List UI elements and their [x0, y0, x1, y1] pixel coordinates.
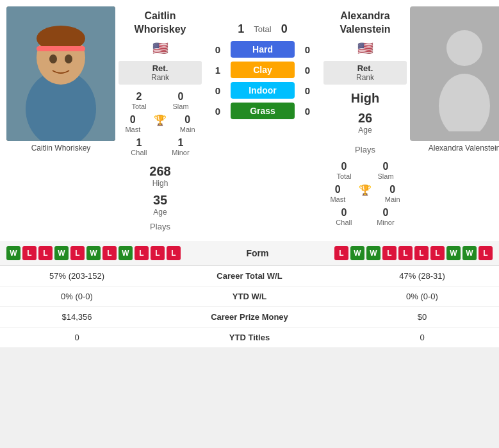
svg-point-5: [49, 54, 57, 63]
form-badge-p1: L: [102, 246, 117, 260]
right-total-score: 0: [281, 22, 288, 36]
form-badge-p2: W: [446, 246, 461, 260]
stats-left-2: $14,356: [6, 312, 147, 322]
player1-name: Caitlin Whoriskey: [119, 10, 202, 37]
form-section: WLLWLWLWLLL Form LWWLLLLWWL: [0, 241, 499, 265]
form-label: Form: [187, 248, 328, 258]
player1-mast-main: 0 Mast 🏆 0 Main: [119, 114, 202, 133]
form-badge-p1: L: [135, 246, 149, 260]
player1-total: 2 Total: [131, 91, 146, 110]
stats-center-3: YTD Titles: [147, 333, 352, 342]
player2-form-badges: LWWLLLLWWL: [334, 246, 493, 260]
player1-slam: 0 Slam: [173, 91, 189, 110]
stats-right-1: 0% (0-0): [352, 292, 493, 301]
form-badge-p1: L: [22, 246, 37, 260]
player2-name: Alexandra Valenstein: [323, 10, 407, 37]
form-badge-p1: L: [151, 246, 165, 260]
player2-minor: 0 Minor: [377, 207, 395, 226]
form-badge-p2: L: [414, 246, 429, 260]
player2-total: 0 Total: [336, 161, 351, 180]
player1-photo: [6, 6, 115, 141]
court-grass-row: 0 Grass 0: [211, 103, 314, 119]
total-row: 1 Total 0: [211, 22, 314, 36]
form-badge-p1: W: [54, 246, 69, 260]
center-section: 1 Total 0 0 Hard 0 1 Clay 0 0 Indoor 0 0: [205, 6, 320, 235]
player2-mast-main: 0 Mast 🏆 0 Main: [323, 184, 407, 203]
player2-photo: [410, 6, 499, 141]
left-total-score: 1: [238, 22, 244, 36]
player2-chall-minor: 0 Chall 0 Minor: [323, 207, 407, 226]
stats-right-2: $0: [352, 312, 493, 322]
stats-table: 57% (203-152) Career Total W/L 47% (28-3…: [0, 265, 499, 348]
player2-info: Alexandra Valenstein 🇺🇸 Ret. Rank High 2…: [320, 6, 410, 235]
svg-point-8: [446, 30, 482, 66]
form-badge-p2: L: [334, 246, 348, 260]
total-label: Total: [254, 24, 271, 34]
player2-ret-rank: Ret. Rank: [323, 61, 407, 85]
player2-age-section: 26 Age: [358, 111, 372, 135]
player2-slam: 0 Slam: [378, 161, 394, 180]
svg-point-6: [65, 54, 72, 63]
form-badge-p1: L: [167, 246, 181, 260]
player1-plays: Plays: [150, 222, 170, 231]
stats-row: 0 YTD Titles 0: [0, 328, 499, 348]
player1-name-below: Caitlin Whoriskey: [6, 144, 115, 153]
player2-mast: 0 Mast: [330, 184, 345, 203]
players-section: Caitlin Whoriskey Caitlin Whoriskey 🇺🇸 R…: [0, 0, 499, 241]
player1-ret-rank: Ret. Rank: [119, 61, 202, 85]
player1-mast: 0 Mast: [125, 114, 140, 133]
court-indoor-row: 0 Indoor 0: [211, 82, 314, 99]
player2-flag: 🇺🇸: [357, 40, 373, 56]
stats-center-1: YTD W/L: [147, 292, 352, 301]
player1-main: 0 Main: [180, 114, 195, 133]
left-player-block: Caitlin Whoriskey: [6, 6, 115, 235]
player2-total-slam: 0 Total 0 Slam: [323, 161, 407, 180]
player1-high-section: 268 High: [149, 164, 170, 188]
player2-chall: 0 Chall: [336, 207, 352, 226]
court-clay-row: 1 Clay 0: [211, 62, 314, 78]
court-hard-badge: Hard: [231, 41, 295, 58]
stats-row: $14,356 Career Prize Money $0: [0, 307, 499, 328]
stats-center-2: Career Prize Money: [147, 312, 352, 322]
form-badge-p2: W: [350, 246, 364, 260]
form-badge-p1: L: [38, 246, 53, 260]
form-badge-p2: L: [382, 246, 397, 260]
court-grass-badge: Grass: [231, 103, 295, 119]
stats-left-3: 0: [6, 333, 147, 342]
court-indoor-badge: Indoor: [231, 82, 295, 99]
player2-plays: Plays: [355, 145, 375, 154]
player1-trophy: 🏆: [154, 114, 167, 133]
form-badge-p2: L: [398, 246, 413, 260]
player1-flag: 🇺🇸: [152, 40, 168, 56]
court-clay-badge: Clay: [231, 62, 295, 78]
player2-name-below: Alexandra Valenstein: [410, 144, 499, 153]
form-badge-p2: L: [479, 246, 493, 260]
form-badge-p2: W: [366, 246, 380, 260]
player2-high-section: High: [351, 91, 379, 106]
form-badge-p1: W: [6, 246, 20, 260]
player1-form-badges: WLLWLWLWLLL: [6, 246, 181, 260]
stats-row: 57% (203-152) Career Total W/L 47% (28-3…: [0, 266, 499, 286]
stats-left-0: 57% (203-152): [6, 271, 147, 281]
player1-chall-minor: 1 Chall 1 Minor: [119, 137, 202, 156]
form-badge-p2: L: [430, 246, 445, 260]
court-hard-row: 0 Hard 0: [211, 41, 314, 58]
form-badge-p1: W: [119, 246, 133, 260]
player1-chall: 1 Chall: [131, 137, 147, 156]
right-player-block: Alexandra Valenstein: [410, 6, 499, 235]
player1-info: Caitlin Whoriskey 🇺🇸 Ret. Rank 2 Total 0…: [115, 6, 205, 235]
player2-main: 0 Main: [385, 184, 400, 203]
stats-row: 0% (0-0) YTD W/L 0% (0-0): [0, 286, 499, 307]
player1-minor: 1 Minor: [172, 137, 190, 156]
stats-right-3: 0: [352, 333, 493, 342]
form-badge-p1: L: [70, 246, 85, 260]
player2-trophy: 🏆: [359, 184, 372, 203]
form-badge-p1: W: [86, 246, 101, 260]
stats-left-1: 0% (0-0): [6, 292, 147, 301]
player1-total-slam: 2 Total 0 Slam: [119, 91, 202, 110]
player1-age-section: 35 Age: [153, 193, 167, 217]
svg-rect-4: [37, 46, 85, 51]
stats-right-0: 47% (28-31): [352, 271, 493, 281]
stats-center-0: Career Total W/L: [147, 271, 352, 281]
form-badge-p2: W: [462, 246, 477, 260]
